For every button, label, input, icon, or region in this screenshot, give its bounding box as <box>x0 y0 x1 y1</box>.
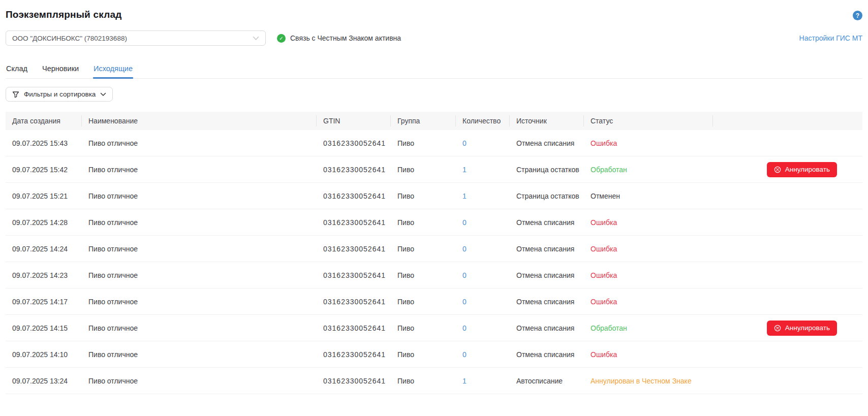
status-label: Ошибка <box>584 298 713 306</box>
cell-created-date: 09.07.2025 14:28 <box>6 218 82 227</box>
organization-select-value: ООО "ДОКСИНБОКС" (7802193688) <box>12 35 253 42</box>
table-row[interactable]: 09.07.2025 14:28Пиво отличное03162330052… <box>6 209 862 236</box>
cell-group: Пиво <box>391 271 456 279</box>
chevron-down-icon <box>100 92 106 97</box>
cell-name: Пиво отличное <box>82 192 317 200</box>
cell-quantity: 0 <box>456 350 510 359</box>
cell-name: Пиво отличное <box>82 324 317 332</box>
cell-group: Пиво <box>391 350 456 359</box>
table-row[interactable]: 09.07.2025 14:15Пиво отличное03162330052… <box>6 315 862 341</box>
quantity-link[interactable]: 1 <box>462 377 467 385</box>
status-label: Ошибка <box>584 218 713 227</box>
quantity-link[interactable]: 0 <box>462 271 467 279</box>
table-row[interactable]: 09.07.2025 14:24Пиво отличное03162330052… <box>6 236 862 262</box>
table-body: 09.07.2025 15:43Пиво отличное03162330052… <box>6 130 862 394</box>
cell-group: Пиво <box>391 218 456 227</box>
gis-mt-settings-link[interactable]: Настройки ГИС МТ <box>799 34 862 42</box>
column-header: Дата создания <box>6 112 82 130</box>
cancel-circle-icon <box>774 166 781 173</box>
page-title: Поэкземплярный склад <box>6 9 862 20</box>
cell-group: Пиво <box>391 298 456 306</box>
cell-name: Пиво отличное <box>82 139 317 147</box>
cell-name: Пиво отличное <box>82 298 317 306</box>
cell-source: Автосписание <box>510 377 584 385</box>
cell-source: Страница остатков <box>510 192 584 200</box>
table-header: Дата созданияНаименованиеGTINГруппаКолич… <box>6 112 862 130</box>
organization-select[interactable]: ООО "ДОКСИНБОКС" (7802193688) <box>6 30 266 46</box>
tab-sklad[interactable]: Склад <box>6 65 28 78</box>
cell-source: Отмена списания <box>510 139 584 147</box>
help-icon[interactable]: ? <box>853 11 862 20</box>
cell-gtin: 03162330052641 <box>317 271 391 279</box>
quantity-link[interactable]: 0 <box>462 139 467 147</box>
table-row[interactable]: 09.07.2025 14:17Пиво отличное03162330052… <box>6 289 862 315</box>
cell-gtin: 03162330052641 <box>317 324 391 332</box>
filters-sorting-button[interactable]: Фильтры и сортировка <box>6 87 113 102</box>
table-row[interactable]: 09.07.2025 14:23Пиво отличное03162330052… <box>6 262 862 289</box>
cell-source: Страница остатков <box>510 166 584 174</box>
status-label: Аннулирован в Честном Знаке <box>584 377 713 385</box>
cell-quantity: 0 <box>456 324 510 332</box>
cell-name: Пиво отличное <box>82 245 317 253</box>
outgoing-documents-table: Дата созданияНаименованиеGTINГруппаКолич… <box>6 112 862 394</box>
cell-gtin: 03162330052641 <box>317 139 391 147</box>
cell-gtin: 03162330052641 <box>317 377 391 385</box>
tab-chernoviki[interactable]: Черновики <box>42 65 79 78</box>
cell-created-date: 09.07.2025 14:17 <box>6 298 82 306</box>
cell-quantity: 1 <box>456 192 510 200</box>
status-label: Ошибка <box>584 350 713 359</box>
column-header: Группа <box>391 112 456 130</box>
controls-row: ООО "ДОКСИНБОКС" (7802193688) ✓ Связь с … <box>6 30 862 46</box>
cell-created-date: 09.07.2025 13:24 <box>6 377 82 385</box>
column-header: Источник <box>510 112 584 130</box>
cell-created-date: 09.07.2025 14:10 <box>6 350 82 359</box>
quantity-link[interactable]: 0 <box>462 245 467 253</box>
cell-quantity: 1 <box>456 166 510 174</box>
cell-gtin: 03162330052641 <box>317 298 391 306</box>
table-row[interactable]: 09.07.2025 15:42Пиво отличное03162330052… <box>6 156 862 183</box>
cell-name: Пиво отличное <box>82 271 317 279</box>
cell-created-date: 09.07.2025 14:24 <box>6 245 82 253</box>
quantity-link[interactable]: 0 <box>462 324 467 332</box>
table-row[interactable]: 09.07.2025 13:24Пиво отличное03162330052… <box>6 368 862 394</box>
status-label: Отменен <box>584 192 713 200</box>
column-header: Статус <box>584 112 713 130</box>
table-row[interactable]: 09.07.2025 15:21Пиво отличное03162330052… <box>6 183 862 209</box>
table-row[interactable]: 09.07.2025 14:10Пиво отличное03162330052… <box>6 341 862 368</box>
annul-button[interactable]: Аннулировать <box>767 162 837 177</box>
status-label: Ошибка <box>584 139 713 147</box>
cell-source: Отмена списания <box>510 218 584 227</box>
filters-sorting-label: Фильтры и сортировка <box>24 90 96 98</box>
cell-created-date: 09.07.2025 15:21 <box>6 192 82 200</box>
quantity-link[interactable]: 1 <box>462 192 467 200</box>
cell-group: Пиво <box>391 139 456 147</box>
status-label: Ошибка <box>584 245 713 253</box>
quantity-link[interactable]: 0 <box>462 350 467 359</box>
quantity-link[interactable]: 1 <box>462 166 467 174</box>
cell-group: Пиво <box>391 377 456 385</box>
quantity-link[interactable]: 0 <box>462 218 467 227</box>
cell-source: Отмена списания <box>510 350 584 359</box>
cell-source: Отмена списания <box>510 271 584 279</box>
column-header: Наименование <box>82 112 317 130</box>
table-row[interactable]: 09.07.2025 15:43Пиво отличное03162330052… <box>6 130 862 156</box>
cell-source: Отмена списания <box>510 245 584 253</box>
tab-ishodyaschie[interactable]: Исходящие <box>93 65 133 78</box>
quantity-link[interactable]: 0 <box>462 298 467 306</box>
cancel-circle-icon <box>774 325 781 332</box>
cell-quantity: 1 <box>456 377 510 385</box>
cell-name: Пиво отличное <box>82 350 317 359</box>
cell-quantity: 0 <box>456 245 510 253</box>
status-label: Обработан <box>584 324 713 332</box>
cell-gtin: 03162330052641 <box>317 245 391 253</box>
cell-gtin: 03162330052641 <box>317 166 391 174</box>
connection-status-label: Связь с Честным Знаком активна <box>290 34 401 42</box>
connection-status: ✓ Связь с Честным Знаком активна <box>277 34 401 43</box>
cell-created-date: 09.07.2025 15:43 <box>6 139 82 147</box>
cell-source: Отмена списания <box>510 324 584 332</box>
column-header: GTIN <box>317 112 391 130</box>
cell-created-date: 09.07.2025 15:42 <box>6 166 82 174</box>
annul-button[interactable]: Аннулировать <box>767 321 837 336</box>
cell-group: Пиво <box>391 245 456 253</box>
annul-button-label: Аннулировать <box>785 166 830 173</box>
